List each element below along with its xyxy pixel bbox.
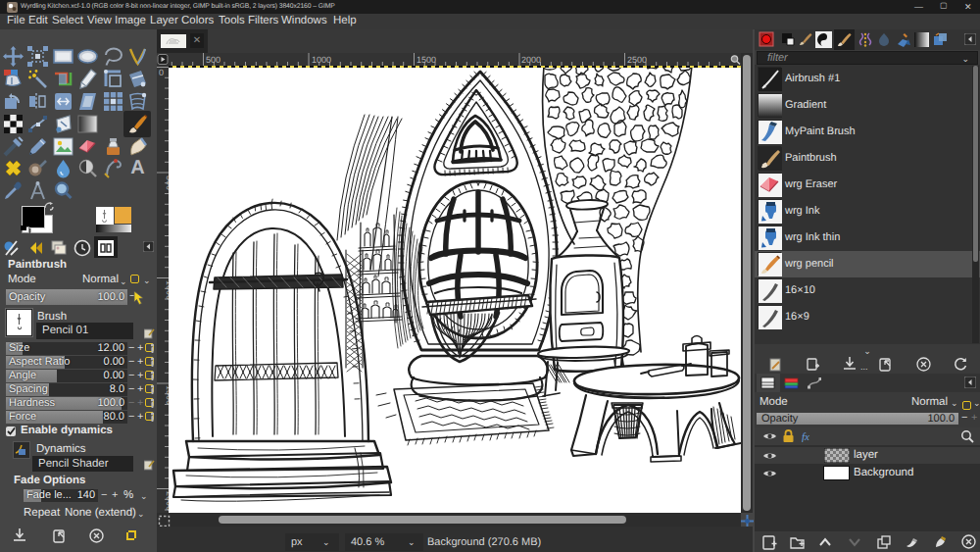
svg-text:2500: 2500	[627, 55, 647, 65]
svg-text:fx: fx	[802, 431, 809, 442]
svg-text:0: 0	[159, 68, 164, 77]
svg-text:1500: 1500	[416, 55, 436, 65]
svg-text:2000: 2000	[521, 55, 541, 65]
svg-text:1000: 1000	[312, 55, 331, 65]
svg-text:500: 500	[206, 55, 220, 65]
